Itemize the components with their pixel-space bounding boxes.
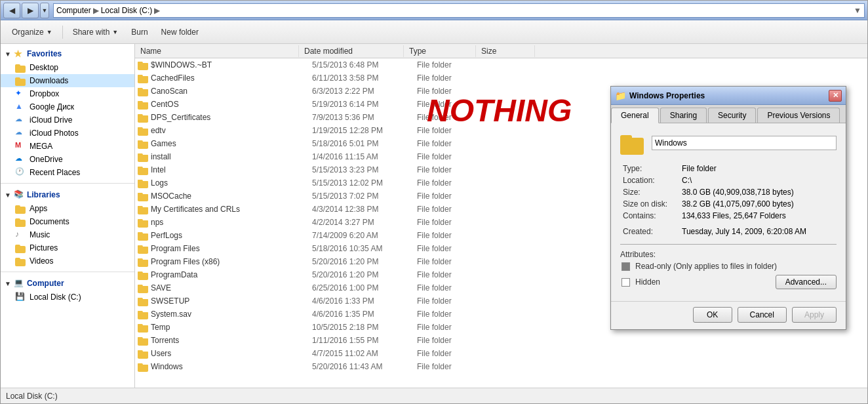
file-date: 1/19/2015 12:28 PM	[312, 126, 417, 135]
sidebar-item-icloud-photos[interactable]: ☁ iCloud Photos	[1, 127, 134, 140]
table-row[interactable]: CachedFiles 6/11/2013 3:58 PM File folde…	[135, 71, 867, 85]
favorites-section: ▼ ★ Favorites Desktop Downloads ✦ Dropbo…	[1, 44, 134, 182]
share-arrow-icon: ▼	[112, 29, 118, 35]
file-type: File folder	[417, 310, 489, 319]
address-bar[interactable]: Computer ▶ Local Disk (C:) ▶ ▼	[53, 3, 865, 18]
svg-rect-0	[138, 63, 148, 70]
share-with-button[interactable]: Share with ▼	[67, 24, 125, 40]
address-bar-dropdown[interactable]: ▼	[854, 6, 861, 15]
apply-button[interactable]: Apply	[792, 307, 837, 323]
sidebar-item-videos[interactable]: Videos	[1, 254, 134, 268]
row-folder-icon	[138, 348, 148, 359]
readonly-checkbox[interactable]	[621, 262, 630, 271]
file-date: 5/20/2016 11:43 AM	[312, 362, 417, 371]
properties-table: Type: File folder Location: C:\ Size: 38…	[620, 163, 837, 237]
dialog-buttons: OK Cancel Apply	[611, 301, 846, 329]
contains-label: Contains:	[620, 210, 679, 222]
file-type: File folder	[417, 100, 489, 109]
onedrive-icon: ☁	[15, 154, 26, 165]
computer-header[interactable]: ▼ 💻 Computer	[1, 276, 134, 291]
svg-rect-14	[138, 155, 148, 161]
path-local-disk: Local Disk (C:)	[101, 6, 153, 15]
tab-general[interactable]: General	[611, 108, 659, 123]
svg-rect-33	[138, 272, 142, 274]
sidebar-item-pictures[interactable]: Pictures	[1, 241, 134, 254]
tab-previous-versions[interactable]: Previous Versions	[757, 108, 840, 123]
file-name: Torrents	[151, 336, 312, 345]
svg-rect-4	[138, 89, 148, 96]
folder-name-input[interactable]	[652, 136, 837, 150]
advanced-button[interactable]: Advanced...	[776, 275, 837, 289]
svg-rect-24	[138, 220, 148, 227]
organize-button[interactable]: Organize ▼	[6, 24, 58, 40]
new-folder-button[interactable]: New folder	[155, 24, 205, 40]
file-name: edtv	[151, 126, 312, 135]
sidebar-item-recent-places[interactable]: 🕐 Recent Places	[1, 166, 134, 179]
file-name: ProgramData	[151, 270, 312, 279]
readonly-label: Read-only (Only applies to files in fold…	[635, 262, 777, 271]
svg-rect-38	[138, 312, 148, 319]
svg-rect-11	[138, 127, 142, 130]
file-date: 5/15/2013 12:02 PM	[312, 178, 417, 188]
tab-security[interactable]: Security	[708, 108, 756, 123]
col-header-name[interactable]: Name	[135, 45, 299, 57]
sidebar-item-apps[interactable]: Apps	[1, 202, 134, 215]
dialog-tabs: General Sharing Security Previous Versio…	[611, 105, 846, 123]
sidebar-item-dropbox[interactable]: ✦ Dropbox	[1, 87, 134, 100]
readonly-attr-line: Read-only (Only applies to files in fold…	[621, 262, 837, 271]
file-name: CanoScan	[151, 87, 312, 96]
svg-rect-37	[138, 298, 142, 300]
sidebar-item-onedrive[interactable]: ☁ OneDrive	[1, 153, 134, 166]
svg-rect-17	[138, 167, 142, 169]
sidebar-divider-2	[1, 272, 134, 272]
sidebar-item-downloads[interactable]: Downloads	[1, 74, 134, 87]
sidebar-item-documents[interactable]: Documents	[1, 215, 134, 228]
apps-folder-icon	[15, 203, 26, 214]
tab-sharing[interactable]: Sharing	[660, 108, 707, 123]
dialog-divider	[620, 244, 837, 245]
nav-dropdown-button[interactable]: ▼	[40, 3, 49, 18]
sidebar-item-icloud-drive[interactable]: ☁ iCloud Drive	[1, 113, 134, 127]
sidebar-item-google-drive[interactable]: ▲ Google Диск	[1, 100, 134, 113]
sidebar-item-local-disk[interactable]: 💾 Local Disk (C:)	[1, 291, 134, 304]
file-name: My Certificates and CRLs	[151, 205, 312, 214]
libraries-header[interactable]: ▼ 📚 Libraries	[1, 188, 134, 202]
cancel-button[interactable]: Cancel	[738, 307, 787, 323]
file-name: MSOCache	[151, 192, 312, 201]
created-label: Created:	[620, 226, 679, 237]
file-date: 5/15/2013 3:23 PM	[312, 165, 417, 174]
col-header-date[interactable]: Date modified	[299, 45, 404, 57]
row-folder-icon	[138, 309, 148, 319]
gdrive-icon: ▲	[15, 102, 26, 112]
size-on-disk-value: 38.2 GB (41,075,097,600 bytes)	[679, 198, 837, 210]
ok-button[interactable]: OK	[693, 307, 732, 323]
sidebar-item-mega[interactable]: M MEGA	[1, 140, 134, 153]
svg-rect-3	[138, 75, 142, 77]
file-date: 1/11/2016 1:55 PM	[312, 336, 417, 345]
dialog-close-button[interactable]: ✕	[829, 90, 842, 102]
svg-rect-20	[138, 194, 148, 201]
file-name: Users	[151, 349, 312, 358]
table-row[interactable]: Torrents 1/11/2016 1:55 PM File folder	[135, 334, 867, 347]
file-type: File folder	[417, 178, 489, 188]
table-row[interactable]: Users 4/7/2015 11:02 AM File folder	[135, 347, 867, 360]
sidebar-item-desktop[interactable]: Desktop	[1, 61, 134, 74]
contains-value: 134,633 Files, 25,647 Folders	[679, 210, 837, 222]
col-header-type[interactable]: Type	[404, 45, 476, 57]
table-row[interactable]: $WINDOWS.~BT 5/15/2013 6:48 PM File fold…	[135, 58, 867, 71]
svg-rect-46	[138, 365, 148, 371]
file-type: File folder	[417, 296, 489, 306]
svg-rect-39	[138, 311, 142, 313]
back-button[interactable]: ◀	[3, 3, 20, 18]
file-name: DPS_Certificates	[151, 113, 312, 122]
hidden-checkbox[interactable]	[621, 278, 630, 287]
favorites-header[interactable]: ▼ ★ Favorites	[1, 47, 134, 61]
burn-button[interactable]: Burn	[125, 24, 153, 40]
sidebar-item-music[interactable]: ♪ Music	[1, 228, 134, 241]
col-header-size[interactable]: Size	[476, 45, 535, 57]
svg-rect-45	[138, 350, 142, 353]
row-folder-icon	[138, 178, 148, 188]
forward-button[interactable]: ▶	[22, 3, 39, 18]
svg-rect-27	[138, 232, 142, 235]
table-row[interactable]: Windows 5/20/2016 11:43 AM File folder	[135, 360, 867, 373]
